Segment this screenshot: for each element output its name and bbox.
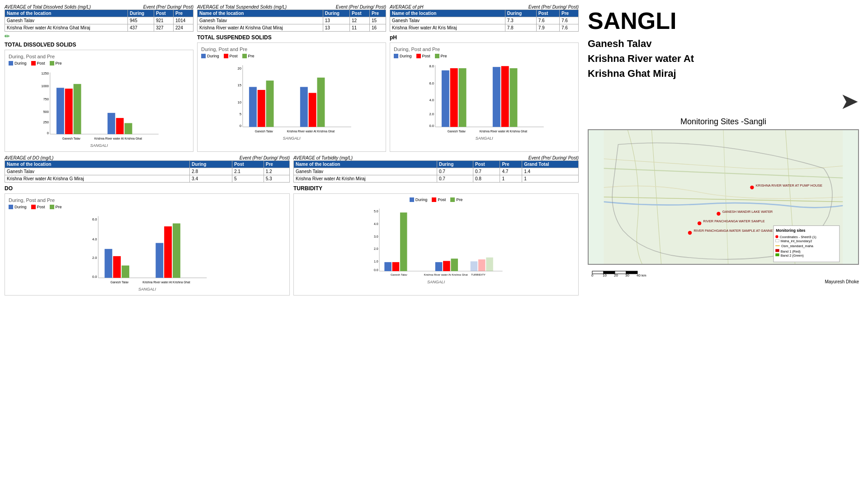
svg-rect-8 (57, 88, 64, 134)
tss-section: AVERAGE of Total Suspended Solids (mg/L)… (197, 5, 386, 152)
scale-svg: 0 10 20 30 40 km (588, 268, 678, 277)
legend-post: Post (31, 61, 45, 66)
turb-r1-c2: 0.8 (473, 175, 500, 183)
turbidity-chart: During Post Pre 5.0 4.0 (293, 193, 579, 296)
map-container: KRISHNA RIVER WATER AT PUMP HOUSE GANESH… (588, 129, 859, 265)
legend-during-do: During (9, 205, 27, 209)
svg-text:250: 250 (43, 120, 49, 124)
tss-r1-c2: 11 (349, 24, 369, 32)
turb-chart-legend: During Post Pre (297, 197, 575, 202)
ph-section-label: pH (390, 34, 579, 41)
location-line-2: Krishna River water At (588, 51, 859, 66)
svg-text:4.0: 4.0 (92, 237, 97, 241)
svg-rect-23 (249, 87, 257, 127)
svg-rect-75 (478, 259, 486, 271)
location-names: Ganesh Talav Krishna River water At Kris… (588, 36, 859, 81)
tss-table: Name of the location During Post Pre Gan… (197, 9, 386, 32)
tss-chart-legend: During Post Pre (201, 54, 382, 58)
tds-chart: During, Post and Pre During Post Pre (5, 50, 193, 152)
ph-table: Name of the location During Post Pre Gan… (390, 9, 579, 32)
tss-table-title: AVERAGE of Total Suspended Solids (mg/L) (197, 5, 287, 9)
do-col-2: Post (232, 161, 264, 168)
page: AVERAGE of Total Dissolved Solids (mg/L)… (0, 0, 868, 488)
tss-col-1: During (323, 10, 349, 17)
tds-table-title: AVERAGE of Total Dissolved Solids (mg/L) (5, 5, 91, 9)
svg-rect-38 (442, 70, 449, 127)
ph-chart-title: During, Post and Pre (394, 47, 575, 52)
post-dot-turb (432, 197, 436, 202)
turb-event-label: Event (Pre/ During/ Post) (528, 155, 579, 160)
svg-text:0: 0 (47, 131, 49, 135)
legend-pre-turb: Pre (450, 197, 462, 202)
do-chart-source: SANGALI (9, 287, 286, 291)
turb-col-2: Post (473, 161, 500, 168)
svg-text:30: 30 (625, 273, 629, 277)
pre-lbl-ph: Pre (441, 54, 447, 58)
do-r0-c0: Ganesh Talav (5, 168, 190, 175)
svg-rect-52 (104, 249, 112, 278)
table-row: Ganesh Talav 2.8 2.1 1.2 (5, 168, 290, 175)
post-lbl-do: Post (37, 205, 45, 209)
tss-r1-c3: 16 (369, 24, 386, 32)
tds-chart-source: SANGALI (9, 143, 189, 148)
post-dot-do (31, 205, 36, 209)
svg-text:6.0: 6.0 (92, 217, 97, 221)
ph-col-1: During (505, 10, 536, 17)
svg-rect-9 (65, 89, 73, 134)
svg-rect-76 (486, 258, 493, 271)
turb-r1-c3: 1 (500, 175, 522, 183)
svg-text:750: 750 (43, 97, 49, 101)
svg-text:Band 2 (Green): Band 2 (Green) (781, 253, 804, 258)
svg-rect-27 (309, 93, 316, 127)
pre-dot-do (50, 205, 54, 209)
tss-r0-c2: 12 (349, 17, 369, 24)
svg-text:0.0: 0.0 (429, 124, 434, 128)
svg-rect-43 (509, 68, 517, 127)
svg-rect-41 (493, 67, 500, 127)
do-col-1: During (190, 161, 232, 168)
tds-chart-legend: During Post Pre (9, 61, 189, 66)
legend-pre-ph: Pre (435, 54, 447, 58)
ph-section: AVERAGE of pH Event (Pre/ During/ Post) … (390, 5, 579, 152)
tds-col-2: Post (154, 10, 173, 17)
do-r0-c1: 2.8 (190, 168, 232, 175)
svg-rect-24 (258, 90, 265, 127)
tds-r0-c3: 1014 (174, 17, 193, 24)
map-title: Monitoring Sites -Sangli (588, 117, 859, 127)
do-table-title: AVERAGE of DO (mg/L) (5, 155, 53, 160)
ph-chart: During, Post and Pre During Post Pre (390, 42, 579, 152)
tss-chart-svg: 20 15 10 5 0 (201, 61, 382, 133)
svg-text:10: 10 (238, 100, 241, 104)
svg-text:Krishna River water At Krishna: Krishna River water At Krishna Ghat (480, 130, 527, 133)
svg-rect-25 (266, 80, 274, 127)
svg-text:1000: 1000 (41, 84, 49, 88)
tss-col-3: Pre (369, 10, 386, 17)
during-lbl-tss: During (207, 54, 219, 58)
do-col-3: Pre (264, 161, 289, 168)
scale-bar: 0 10 20 30 40 km (588, 268, 859, 277)
svg-text:Krishna River water At Krishna: Krishna River water At Krishna Ghat (287, 130, 335, 133)
do-r1-c0: Krishna River water At Krishna G Miraj (5, 175, 190, 183)
svg-rect-11 (108, 113, 115, 134)
legend-during: During (9, 61, 27, 66)
turb-col-1: During (437, 161, 473, 168)
svg-text:5.0: 5.0 (374, 210, 378, 213)
post-lbl-ph: Post (422, 54, 430, 58)
legend-during-ph: During (394, 54, 412, 58)
tds-chart-title: During, Post and Pre (9, 54, 189, 59)
ph-r1-c1: 7.8 (505, 24, 536, 32)
svg-rect-40 (459, 68, 467, 127)
tds-r0-c1: 945 (128, 17, 154, 24)
svg-rect-69 (392, 262, 400, 271)
legend-post-do: Post (31, 205, 45, 209)
svg-text:Band 1 (Red): Band 1 (Red) (781, 249, 801, 253)
svg-point-86 (750, 186, 754, 189)
svg-text:Krishna River water At Krishna: Krishna River water At Krishna Ghat (424, 273, 468, 276)
svg-text:Ganesh Talav: Ganesh Talav (448, 130, 466, 133)
svg-rect-70 (400, 212, 407, 271)
svg-rect-28 (317, 78, 325, 127)
post-label: Post (37, 61, 45, 66)
svg-point-88 (698, 221, 701, 225)
svg-text:1.0: 1.0 (374, 260, 378, 263)
svg-point-87 (717, 212, 720, 216)
